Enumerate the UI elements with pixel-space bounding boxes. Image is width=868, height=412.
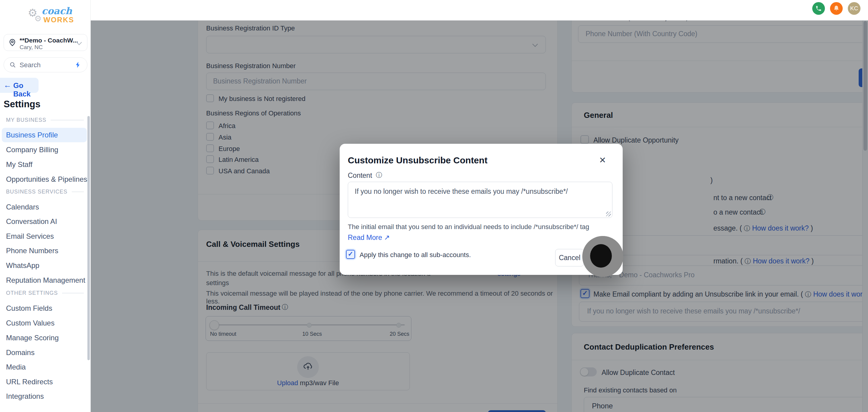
section-header-business-services: BUSINESS SERVICES xyxy=(6,189,84,195)
apply-subaccounts-label: Apply this change to all sub-accounts. xyxy=(360,251,471,259)
search-placeholder: Search xyxy=(20,61,41,69)
search-box[interactable]: Search xyxy=(4,57,87,72)
sidebar-item-email-services[interactable]: Email Services xyxy=(2,229,87,244)
location-city: Cary, NC xyxy=(20,44,43,51)
section-header-my-business: MY BUSINESS xyxy=(6,117,84,123)
phone-icon xyxy=(815,5,822,12)
close-icon[interactable]: ✕ xyxy=(599,155,606,165)
coachworks-logo: ⚙ ⚙ coach WORKS xyxy=(28,3,73,27)
section-header-other-settings: OTHER SETTINGS xyxy=(6,290,84,296)
topbar: KC xyxy=(90,0,868,21)
sidebar-item-phone-numbers[interactable]: Phone Numbers xyxy=(2,244,87,258)
sidebar-item-custom-fields[interactable]: Custom Fields xyxy=(2,301,87,316)
location-name: **Demo - CoachW... xyxy=(20,37,78,44)
content-textarea-frame xyxy=(348,182,613,218)
content-label: Content xyxy=(348,171,372,180)
gear-icon: ⚙ xyxy=(34,14,41,24)
lightning-icon[interactable] xyxy=(74,61,82,68)
info-icon[interactable] xyxy=(376,171,382,179)
sidebar-scrollbar-thumb[interactable] xyxy=(87,116,90,360)
sidebar-item-custom-values[interactable]: Custom Values xyxy=(2,316,87,330)
modal-helper-text: The initial email that you send to an in… xyxy=(348,223,589,231)
sidebar-item-domains[interactable]: Domains xyxy=(2,345,87,360)
sidebar-item-integrations[interactable]: Integrations xyxy=(2,389,87,404)
sidebar-item-my-staff[interactable]: My Staff xyxy=(2,157,87,172)
cancel-button[interactable]: Cancel xyxy=(555,249,584,266)
sidebar-item-reputation-management[interactable]: Reputation Management xyxy=(2,273,87,288)
modal-title: Customize Unsubscribe Content xyxy=(348,155,487,165)
location-selector[interactable]: **Demo - CoachW... Cary, NC xyxy=(4,34,87,51)
sidebar-item-calendars[interactable]: Calendars xyxy=(2,200,87,214)
sidebar-item-manage-scoring[interactable]: Manage Scoring xyxy=(2,330,87,345)
sidebar: ⚙ ⚙ coach WORKS **Demo - CoachW... Cary,… xyxy=(0,0,91,412)
sidebar-item-opportunities-pipelines[interactable]: Opportunities & Pipelines xyxy=(2,172,87,187)
logo-word-top: coach xyxy=(41,5,72,16)
customize-unsubscribe-modal: Customize Unsubscribe Content ✕ Content … xyxy=(340,144,623,275)
app-window: Business Registration ID Type Business R… xyxy=(0,0,868,412)
logo-word-bottom: WORKS xyxy=(43,16,74,24)
arrow-left-icon: ← xyxy=(4,81,11,90)
go-back-label: Go Back xyxy=(13,82,38,98)
notifications-button[interactable] xyxy=(830,2,843,15)
sidebar-item-business-profile[interactable]: Business Profile xyxy=(2,128,87,142)
sidebar-item-whatsapp[interactable]: WhatsApp xyxy=(2,258,87,273)
location-pin-icon xyxy=(8,38,17,47)
bell-icon xyxy=(833,5,840,12)
arrow-up-right-icon: ↗ xyxy=(382,233,390,242)
sidebar-item-url-redirects[interactable]: URL Redirects xyxy=(2,375,87,389)
go-back-button[interactable]: ← Go Back xyxy=(0,78,38,93)
sidebar-item-company-billing[interactable]: Company Billing xyxy=(2,142,87,157)
sidebar-item-conversation-ai[interactable]: Conversation AI xyxy=(2,214,87,229)
search-icon xyxy=(9,62,16,68)
sidebar-item-media[interactable]: Media xyxy=(2,360,87,374)
read-more-link[interactable]: Read More ↗ xyxy=(348,233,390,242)
resize-handle[interactable] xyxy=(606,212,611,216)
unsubscribe-content-textarea[interactable] xyxy=(348,182,612,218)
settings-title: Settings xyxy=(4,99,40,110)
phone-call-button[interactable] xyxy=(812,2,825,15)
cursor-click-indicator xyxy=(582,236,623,277)
apply-subaccounts-checkbox[interactable] xyxy=(346,250,355,259)
cursor-dot xyxy=(590,244,612,267)
avatar[interactable]: KC xyxy=(848,2,861,15)
